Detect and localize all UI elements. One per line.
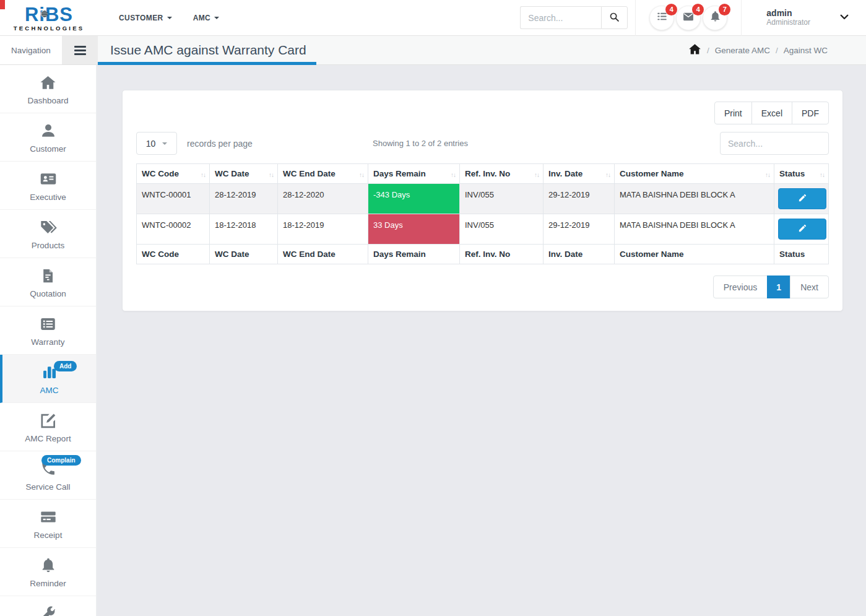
records-per-page-label: records per page xyxy=(187,139,253,149)
edit-button[interactable] xyxy=(778,219,826,240)
file-icon xyxy=(0,266,96,285)
footer-col-ref-inv-no: Ref. Inv. No xyxy=(460,245,543,264)
breadcrumb-separator: / xyxy=(707,46,709,55)
print-button[interactable]: Print xyxy=(714,102,752,124)
sort-icon xyxy=(765,170,770,179)
cell-status xyxy=(774,214,829,245)
col-ref-inv-no[interactable]: Ref. Inv. No xyxy=(460,164,543,184)
messages-button[interactable]: 4 xyxy=(676,6,701,30)
breadcrumb-generate-amc[interactable]: Generate AMC xyxy=(715,46,770,55)
sidebar-item-label: Service Call xyxy=(0,482,96,492)
global-search-button[interactable] xyxy=(601,6,628,29)
tasks-button[interactable]: 4 xyxy=(649,6,674,30)
sidebar-item-amc[interactable]: Add AMC xyxy=(0,355,96,403)
cell-wc-end-date: 28-12-2020 xyxy=(278,184,368,214)
edit-button[interactable] xyxy=(778,188,826,209)
sidebar-item-label: AMC Report xyxy=(0,434,96,443)
col-label: Inv. Date xyxy=(548,169,582,178)
sidebar-item-label: Executive xyxy=(0,193,96,202)
next-page-button[interactable]: Next xyxy=(790,275,829,298)
caret-down-icon xyxy=(162,142,167,145)
footer-col-days-remain: Days Remain xyxy=(368,245,460,264)
sort-icon xyxy=(534,170,539,179)
page-title: Issue AMC against Warranty Card xyxy=(110,43,306,58)
footer-col-wc-code: WC Code xyxy=(137,245,210,264)
global-search xyxy=(520,6,628,29)
sidebar-item-service-call[interactable]: Complain Service Call xyxy=(0,451,96,500)
menu-customer[interactable]: CUSTOMER xyxy=(119,14,172,22)
brand-logo[interactable]: RiBS TECHNOLOGIES xyxy=(0,4,98,32)
divider xyxy=(741,0,742,36)
sidebar-toggle-button[interactable] xyxy=(62,36,98,64)
sidebar-item-customer[interactable]: Customer xyxy=(0,113,96,162)
col-status[interactable]: Status xyxy=(774,164,829,184)
sidebar-item-products[interactable]: Products xyxy=(0,210,96,258)
alerts-button[interactable]: 7 xyxy=(703,6,727,30)
global-search-input[interactable] xyxy=(520,6,601,29)
footer-col-wc-end-date: WC End Date xyxy=(278,245,368,264)
list-icon xyxy=(0,315,96,333)
globe-icon xyxy=(40,2,48,21)
sidebar-item-label: Reminder xyxy=(0,579,96,588)
breadcrumb-separator: / xyxy=(776,46,778,55)
user-role: Administrator xyxy=(766,18,810,27)
col-inv-date[interactable]: Inv. Date xyxy=(543,164,615,184)
brand-name: RiBS xyxy=(25,6,73,24)
sidebar-item-warranty[interactable]: Warranty xyxy=(0,306,96,355)
tasks-badge: 4 xyxy=(665,4,677,15)
user-name: admin xyxy=(766,8,810,18)
footer-col-wc-date: WC Date xyxy=(210,245,278,264)
credit-card-icon xyxy=(0,508,96,526)
excel-button[interactable]: Excel xyxy=(751,102,792,124)
cell-inv-date: 29-12-2019 xyxy=(543,214,615,245)
col-wc-date[interactable]: WC Date xyxy=(210,164,278,184)
footer-col-customer-name: Customer Name xyxy=(615,245,774,264)
col-wc-end-date[interactable]: WC End Date xyxy=(278,164,368,184)
sidebar-item-label: Products xyxy=(0,241,96,250)
table-search-input[interactable] xyxy=(720,132,829,155)
pdf-button[interactable]: PDF xyxy=(792,102,829,124)
sidebar-item-dashboard[interactable]: Dashboard xyxy=(0,65,96,113)
export-row: Print Excel PDF xyxy=(136,102,829,124)
page-1-button[interactable]: 1 xyxy=(767,275,790,298)
menu-amc-label: AMC xyxy=(193,14,211,22)
user-info: admin Administrator xyxy=(766,8,810,27)
sidebar-item-receipt[interactable]: Receipt xyxy=(0,500,96,548)
cell-customer-name: MATA BAISHNA DEBI BLOCK A xyxy=(615,214,774,245)
sidebar-item-label: Quotation xyxy=(0,289,96,298)
sidebar-item-settings[interactable]: Settings xyxy=(0,596,96,616)
previous-page-button[interactable]: Previous xyxy=(713,275,768,298)
sidebar-item-amc-report[interactable]: AMC Report xyxy=(0,403,96,451)
title-underline xyxy=(98,62,316,65)
sidebar-item-quotation[interactable]: Quotation xyxy=(0,258,96,306)
menu-customer-label: CUSTOMER xyxy=(119,14,163,22)
title-wrap: Issue AMC against Warranty Card xyxy=(98,36,688,64)
records-per-page-select[interactable]: 10 xyxy=(136,132,177,155)
amc-table: WC Code WC Date WC End Date Days Remain … xyxy=(136,163,829,264)
col-days-remain[interactable]: Days Remain xyxy=(368,164,460,184)
pencil-icon xyxy=(798,223,807,235)
sidebar-item-executive[interactable]: Executive xyxy=(0,162,96,210)
home-icon[interactable] xyxy=(688,43,701,58)
messages-badge: 4 xyxy=(692,4,704,15)
days-remain-badge: 33 Days xyxy=(368,214,459,244)
export-button-group: Print Excel PDF xyxy=(714,102,829,124)
brand-tagline: TECHNOLOGIES xyxy=(14,25,84,32)
corner-accent xyxy=(0,0,5,9)
sidebar-item-label: Dashboard xyxy=(0,96,96,105)
title-bar: Navigation Issue AMC against Warranty Ca… xyxy=(0,36,866,65)
breadcrumb-against-wc[interactable]: Against WC xyxy=(784,46,828,55)
complain-badge: Complain xyxy=(41,455,81,466)
tags-icon xyxy=(0,218,96,236)
main-area: Dashboard Customer Executive Products xyxy=(0,65,866,616)
col-customer-name[interactable]: Customer Name xyxy=(615,164,774,184)
cell-ref-inv-no: INV/055 xyxy=(460,214,543,245)
menu-amc[interactable]: AMC xyxy=(193,14,220,22)
pagination-group: Previous 1 Next xyxy=(713,275,829,298)
col-label: Status xyxy=(779,169,805,178)
sidebar-item-reminder[interactable]: Reminder xyxy=(0,548,96,596)
user-menu[interactable]: admin Administrator xyxy=(766,8,850,27)
cell-wc-date: 28-12-2019 xyxy=(210,184,278,214)
col-wc-code[interactable]: WC Code xyxy=(137,164,210,184)
col-label: Customer Name xyxy=(620,169,684,178)
